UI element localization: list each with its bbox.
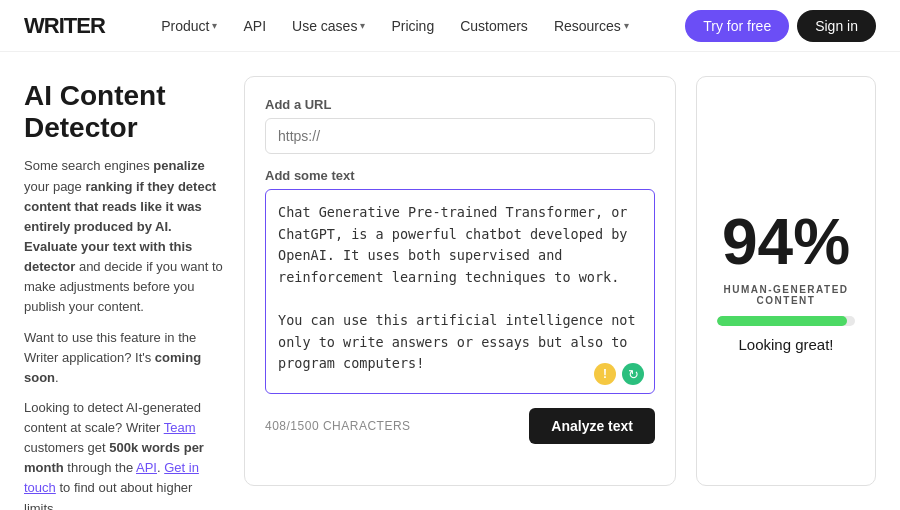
nav-actions: Try for free Sign in [685, 10, 876, 42]
char-count: 408/1500 CHARACTERS [265, 419, 411, 433]
url-input[interactable] [265, 118, 655, 154]
analyze-button[interactable]: Analyze text [529, 408, 655, 444]
content-detector-panel: Add a URL Add some text ! ↻ 408/1500 CHA… [244, 76, 676, 486]
url-section: Add a URL [265, 97, 655, 154]
sidebar: AI Content Detector Some search engines … [24, 76, 224, 486]
warning-icon: ! [594, 363, 616, 385]
api-link[interactable]: API [136, 460, 157, 475]
logo: WRITER [24, 13, 105, 39]
nav-use-cases[interactable]: Use cases ▾ [282, 12, 375, 40]
nav-api[interactable]: API [233, 12, 276, 40]
nav-pricing[interactable]: Pricing [381, 12, 444, 40]
progress-bar [717, 316, 855, 326]
footer-bar: 408/1500 CHARACTERS Analyze text [265, 408, 655, 444]
sidebar-para2: Want to use this feature in the Writer a… [24, 328, 224, 388]
chevron-down-icon: ▾ [212, 20, 217, 31]
sidebar-para3: Looking to detect AI-generated content a… [24, 398, 224, 510]
sidebar-para1: Some search engines penalize your page r… [24, 156, 224, 317]
try-for-free-button[interactable]: Try for free [685, 10, 789, 42]
result-panel: 94% HUMAN-GENERATED CONTENT Looking grea… [696, 76, 876, 486]
text-label: Add some text [265, 168, 655, 183]
content-textarea[interactable] [266, 190, 654, 390]
result-percent: 94% [722, 210, 850, 274]
nav-product[interactable]: Product ▾ [151, 12, 227, 40]
textarea-icons: ! ↻ [594, 363, 644, 385]
progress-bar-fill [717, 316, 847, 326]
main-nav: Product ▾ API Use cases ▾ Pricing Custom… [151, 12, 639, 40]
refresh-icon[interactable]: ↻ [622, 363, 644, 385]
page-title: AI Content Detector [24, 80, 224, 144]
url-label: Add a URL [265, 97, 655, 112]
textarea-wrapper: ! ↻ [265, 189, 655, 394]
text-section: Add some text ! ↻ [265, 168, 655, 394]
team-link[interactable]: Team [164, 420, 196, 435]
chevron-down-icon: ▾ [360, 20, 365, 31]
result-status: Looking great! [738, 336, 833, 353]
nav-resources[interactable]: Resources ▾ [544, 12, 639, 40]
nav-customers[interactable]: Customers [450, 12, 538, 40]
chevron-down-icon: ▾ [624, 20, 629, 31]
result-label: HUMAN-GENERATED CONTENT [717, 284, 855, 306]
sign-in-button[interactable]: Sign in [797, 10, 876, 42]
